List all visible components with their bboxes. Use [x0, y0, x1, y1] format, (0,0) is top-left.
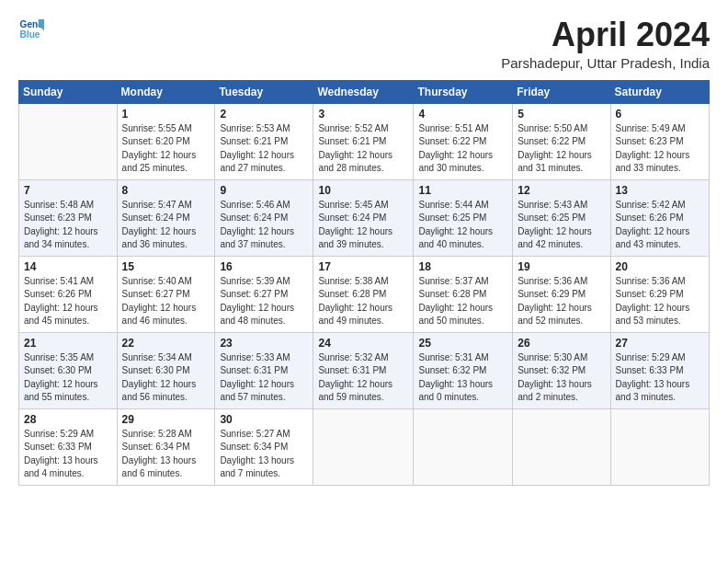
calendar-cell: 5Sunrise: 5:50 AMSunset: 6:22 PMDaylight… — [513, 103, 610, 179]
day-number: 19 — [518, 260, 605, 273]
calendar-cell: 2Sunrise: 5:53 AMSunset: 6:21 PMDaylight… — [215, 103, 313, 179]
day-number: 23 — [220, 337, 308, 350]
day-number: 25 — [418, 337, 507, 350]
day-number: 10 — [318, 184, 408, 197]
day-number: 16 — [220, 260, 308, 273]
day-number: 27 — [616, 337, 704, 350]
day-info: Sunrise: 5:36 AMSunset: 6:29 PMDaylight:… — [616, 275, 704, 328]
calendar-cell: 25Sunrise: 5:31 AMSunset: 6:32 PMDayligh… — [414, 332, 513, 408]
calendar-cell: 14Sunrise: 5:41 AMSunset: 6:26 PMDayligh… — [19, 256, 118, 332]
day-number: 20 — [616, 260, 704, 273]
calendar-cell — [513, 408, 610, 485]
header-friday: Friday — [513, 80, 610, 103]
calendar-cell: 17Sunrise: 5:38 AMSunset: 6:28 PMDayligh… — [313, 256, 414, 332]
day-info: Sunrise: 5:51 AMSunset: 6:22 PMDaylight:… — [418, 122, 507, 176]
day-number: 4 — [418, 108, 507, 121]
day-number: 1 — [122, 108, 210, 121]
calendar-cell: 3Sunrise: 5:52 AMSunset: 6:21 PMDaylight… — [313, 103, 414, 179]
header-saturday: Saturday — [610, 80, 709, 103]
day-info: Sunrise: 5:44 AMSunset: 6:25 PMDaylight:… — [418, 199, 507, 252]
header-thursday: Thursday — [414, 80, 513, 103]
day-number: 30 — [220, 413, 308, 426]
calendar-cell — [19, 103, 118, 179]
day-info: Sunrise: 5:53 AMSunset: 6:21 PMDaylight:… — [220, 122, 308, 176]
day-info: Sunrise: 5:29 AMSunset: 6:33 PMDaylight:… — [24, 428, 112, 481]
day-number: 14 — [24, 260, 112, 273]
calendar-cell: 6Sunrise: 5:49 AMSunset: 6:23 PMDaylight… — [610, 103, 709, 179]
day-info: Sunrise: 5:45 AMSunset: 6:24 PMDaylight:… — [318, 199, 408, 252]
day-number: 7 — [24, 184, 112, 197]
calendar-cell: 11Sunrise: 5:44 AMSunset: 6:25 PMDayligh… — [414, 179, 513, 256]
calendar-cell: 7Sunrise: 5:48 AMSunset: 6:23 PMDaylight… — [19, 179, 118, 256]
day-info: Sunrise: 5:33 AMSunset: 6:31 PMDaylight:… — [220, 351, 308, 405]
calendar-cell — [313, 408, 414, 485]
day-info: Sunrise: 5:34 AMSunset: 6:30 PMDaylight:… — [122, 351, 210, 405]
day-info: Sunrise: 5:46 AMSunset: 6:24 PMDaylight:… — [220, 199, 308, 252]
day-info: Sunrise: 5:50 AMSunset: 6:22 PMDaylight:… — [518, 122, 605, 176]
day-number: 21 — [24, 337, 112, 350]
location: Parshadepur, Uttar Pradesh, India — [501, 55, 710, 71]
day-number: 3 — [318, 108, 408, 121]
svg-text:Blue: Blue — [20, 29, 40, 40]
day-info: Sunrise: 5:27 AMSunset: 6:34 PMDaylight:… — [220, 428, 308, 481]
day-number: 6 — [616, 108, 704, 121]
calendar-cell: 18Sunrise: 5:37 AMSunset: 6:28 PMDayligh… — [414, 256, 513, 332]
day-number: 15 — [122, 260, 210, 273]
calendar-cell: 23Sunrise: 5:33 AMSunset: 6:31 PMDayligh… — [215, 332, 313, 408]
calendar-table: SundayMondayTuesdayWednesdayThursdayFrid… — [18, 80, 710, 486]
title-section: April 2024 Parshadepur, Uttar Pradesh, I… — [501, 17, 710, 71]
header-sunday: Sunday — [19, 80, 118, 103]
calendar-cell: 24Sunrise: 5:32 AMSunset: 6:31 PMDayligh… — [313, 332, 414, 408]
day-info: Sunrise: 5:35 AMSunset: 6:30 PMDaylight:… — [24, 351, 112, 405]
calendar-cell: 10Sunrise: 5:45 AMSunset: 6:24 PMDayligh… — [313, 179, 414, 256]
day-info: Sunrise: 5:42 AMSunset: 6:26 PMDaylight:… — [616, 199, 704, 252]
calendar-cell: 29Sunrise: 5:28 AMSunset: 6:34 PMDayligh… — [117, 408, 215, 485]
day-info: Sunrise: 5:28 AMSunset: 6:34 PMDaylight:… — [122, 428, 210, 481]
calendar-cell: 30Sunrise: 5:27 AMSunset: 6:34 PMDayligh… — [215, 408, 313, 485]
day-info: Sunrise: 5:52 AMSunset: 6:21 PMDaylight:… — [318, 122, 408, 176]
calendar-cell: 28Sunrise: 5:29 AMSunset: 6:33 PMDayligh… — [19, 408, 118, 485]
day-info: Sunrise: 5:29 AMSunset: 6:33 PMDaylight:… — [616, 351, 704, 405]
calendar-cell: 22Sunrise: 5:34 AMSunset: 6:30 PMDayligh… — [117, 332, 215, 408]
day-number: 2 — [220, 108, 308, 121]
day-info: Sunrise: 5:55 AMSunset: 6:20 PMDaylight:… — [122, 122, 210, 176]
calendar-cell: 15Sunrise: 5:40 AMSunset: 6:27 PMDayligh… — [117, 256, 215, 332]
day-number: 9 — [220, 184, 308, 197]
calendar-cell: 27Sunrise: 5:29 AMSunset: 6:33 PMDayligh… — [610, 332, 709, 408]
calendar-cell: 21Sunrise: 5:35 AMSunset: 6:30 PMDayligh… — [19, 332, 118, 408]
day-number: 12 — [518, 184, 605, 197]
calendar-cell: 19Sunrise: 5:36 AMSunset: 6:29 PMDayligh… — [513, 256, 610, 332]
day-number: 22 — [122, 337, 210, 350]
header-tuesday: Tuesday — [215, 80, 313, 103]
day-info: Sunrise: 5:32 AMSunset: 6:31 PMDaylight:… — [318, 351, 408, 405]
calendar-cell — [414, 408, 513, 485]
day-info: Sunrise: 5:41 AMSunset: 6:26 PMDaylight:… — [24, 275, 112, 328]
day-number: 18 — [418, 260, 507, 273]
day-number: 11 — [418, 184, 507, 197]
calendar-cell — [610, 408, 709, 485]
header-monday: Monday — [117, 80, 215, 103]
day-info: Sunrise: 5:36 AMSunset: 6:29 PMDaylight:… — [518, 275, 605, 328]
day-number: 26 — [518, 337, 605, 350]
calendar-cell: 13Sunrise: 5:42 AMSunset: 6:26 PMDayligh… — [610, 179, 709, 256]
calendar-cell: 4Sunrise: 5:51 AMSunset: 6:22 PMDaylight… — [414, 103, 513, 179]
calendar-cell: 1Sunrise: 5:55 AMSunset: 6:20 PMDaylight… — [117, 103, 215, 179]
day-info: Sunrise: 5:49 AMSunset: 6:23 PMDaylight:… — [616, 122, 704, 176]
logo-icon: General Blue — [18, 17, 44, 42]
day-info: Sunrise: 5:48 AMSunset: 6:23 PMDaylight:… — [24, 199, 112, 252]
month-title: April 2024 — [501, 17, 710, 53]
calendar-cell: 26Sunrise: 5:30 AMSunset: 6:32 PMDayligh… — [513, 332, 610, 408]
calendar-cell: 9Sunrise: 5:46 AMSunset: 6:24 PMDaylight… — [215, 179, 313, 256]
calendar-cell: 20Sunrise: 5:36 AMSunset: 6:29 PMDayligh… — [610, 256, 709, 332]
day-info: Sunrise: 5:40 AMSunset: 6:27 PMDaylight:… — [122, 275, 210, 328]
header-wednesday: Wednesday — [313, 80, 414, 103]
day-info: Sunrise: 5:31 AMSunset: 6:32 PMDaylight:… — [418, 351, 507, 405]
day-number: 28 — [24, 413, 112, 426]
day-number: 13 — [616, 184, 704, 197]
day-number: 5 — [518, 108, 605, 121]
day-number: 17 — [318, 260, 408, 273]
day-number: 29 — [122, 413, 210, 426]
logo: General Blue — [18, 17, 44, 42]
day-info: Sunrise: 5:39 AMSunset: 6:27 PMDaylight:… — [220, 275, 308, 328]
day-number: 24 — [318, 337, 408, 350]
